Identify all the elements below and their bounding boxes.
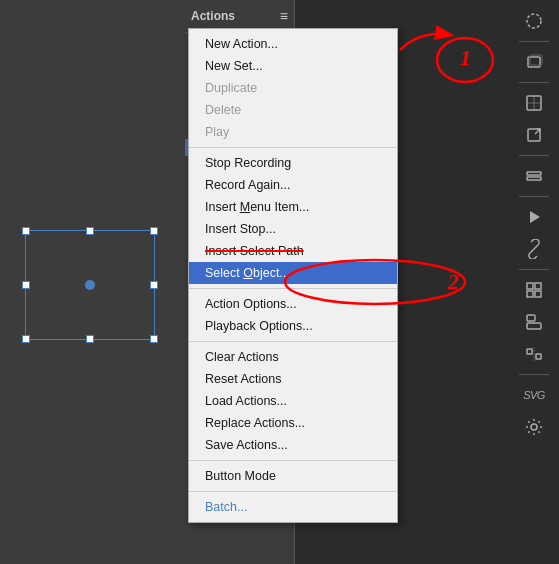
toolbar-icon-svg[interactable]: SVG: [516, 380, 552, 410]
toolbar-icon-layers[interactable]: [516, 47, 552, 77]
svg-marker-10: [530, 211, 540, 223]
svg-rect-15: [535, 291, 541, 297]
svg-point-21: [531, 424, 537, 430]
toolbar-icon-stack[interactable]: [516, 161, 552, 191]
svg-text:2: 2: [447, 269, 459, 294]
toolbar-separator: [519, 41, 549, 42]
svg-rect-13: [535, 283, 541, 289]
toolbar-icon-rotate[interactable]: [516, 6, 552, 36]
svg-rect-17: [527, 323, 541, 329]
toolbar-icon-settings[interactable]: [516, 412, 552, 442]
toolbar-separator: [519, 374, 549, 375]
svg-rect-14: [527, 291, 533, 297]
canvas-object: [25, 230, 155, 340]
handle-tl[interactable]: [22, 227, 30, 235]
svg-text:1: 1: [460, 45, 471, 70]
svg-rect-16: [527, 315, 535, 321]
svg-point-22: [437, 38, 493, 82]
handle-bc[interactable]: [86, 335, 94, 343]
right-toolbar: SVG: [509, 0, 559, 564]
svg-rect-12: [527, 283, 533, 289]
toolbar-icon-play[interactable]: [516, 202, 552, 232]
menu-item-select-object[interactable]: Select Object...: [189, 262, 397, 284]
toolbar-separator: [519, 269, 549, 270]
toolbar-icon-align[interactable]: [516, 307, 552, 337]
menu-separator: [189, 147, 397, 148]
svg-rect-9: [527, 177, 541, 180]
handle-tc[interactable]: [86, 227, 94, 235]
menu-item-insert-select-path[interactable]: Insert Select Path: [189, 240, 397, 262]
menu-item-new-action[interactable]: New Action...: [189, 33, 397, 55]
menu-item-insert-menu-item[interactable]: Insert Menu Item...: [189, 196, 397, 218]
menu-item-duplicate[interactable]: Duplicate: [189, 77, 397, 99]
menu-item-load-actions[interactable]: Load Actions...: [189, 390, 397, 412]
menu-item-clear-actions[interactable]: Clear Actions: [189, 346, 397, 368]
handle-tr[interactable]: [150, 227, 158, 235]
menu-item-batch[interactable]: Batch...: [189, 496, 397, 518]
svg-line-11: [532, 247, 537, 252]
menu-item-save-actions[interactable]: Save Actions...: [189, 434, 397, 456]
svg-rect-19: [536, 354, 541, 359]
menu-separator: [189, 341, 397, 342]
menu-item-stop-recording[interactable]: Stop Recording: [189, 152, 397, 174]
handle-bl[interactable]: [22, 335, 30, 343]
toolbar-icon-link[interactable]: [516, 234, 552, 264]
toolbar-separator: [519, 155, 549, 156]
svg-rect-8: [527, 172, 541, 175]
svg-point-0: [527, 14, 541, 28]
menu-item-button-mode[interactable]: Button Mode: [189, 465, 397, 487]
menu-item-delete[interactable]: Delete: [189, 99, 397, 121]
toolbar-separator: [519, 196, 549, 197]
menu-item-action-options[interactable]: Action Options...: [189, 293, 397, 315]
menu-item-play[interactable]: Play: [189, 121, 397, 143]
menu-item-replace-actions[interactable]: Replace Actions...: [189, 412, 397, 434]
menu-item-new-set[interactable]: New Set...: [189, 55, 397, 77]
toolbar-icon-export[interactable]: [516, 120, 552, 150]
handle-br[interactable]: [150, 335, 158, 343]
menu-item-reset-actions[interactable]: Reset Actions: [189, 368, 397, 390]
handle-mr[interactable]: [150, 281, 158, 289]
menu-item-insert-stop[interactable]: Insert Stop...: [189, 218, 397, 240]
toolbar-separator: [519, 82, 549, 83]
menu-separator: [189, 460, 397, 461]
menu-item-playback-options[interactable]: Playback Options...: [189, 315, 397, 337]
menu-separator: [189, 288, 397, 289]
canvas-area: [0, 0, 185, 564]
toolbar-icon-distribute[interactable]: [516, 339, 552, 369]
actions-menu-icon[interactable]: ≡: [280, 8, 288, 24]
menu-item-record-again[interactable]: Record Again...: [189, 174, 397, 196]
svg-rect-18: [527, 349, 532, 354]
actions-title: Actions: [191, 9, 235, 23]
menu-separator: [189, 491, 397, 492]
actions-dropdown-menu: New Action... New Set... Duplicate Delet…: [188, 28, 398, 523]
handle-ml[interactable]: [22, 281, 30, 289]
toolbar-icon-grid[interactable]: [516, 275, 552, 305]
toolbar-icon-crop[interactable]: [516, 88, 552, 118]
